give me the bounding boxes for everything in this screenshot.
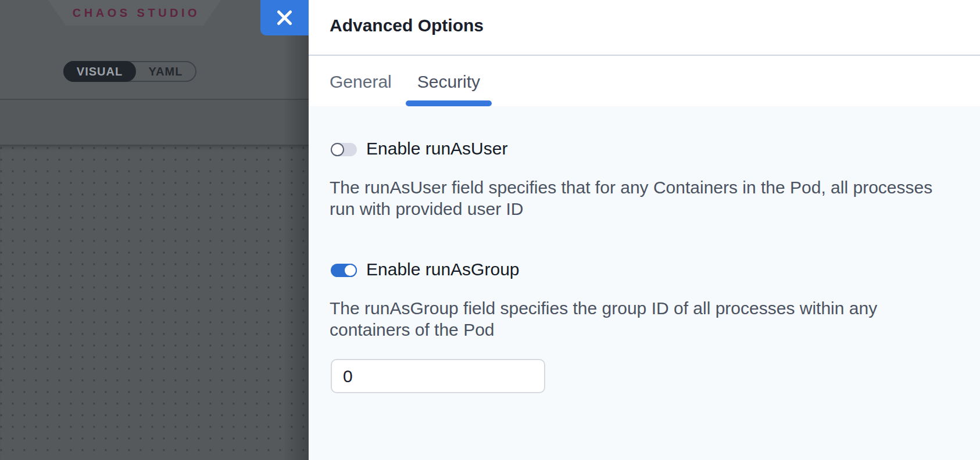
- runasuser-toggle-knob: [331, 143, 344, 156]
- runasgroup-description: The runAsGroup field specifies the group…: [330, 297, 946, 340]
- runasuser-label: Enable runAsUser: [366, 140, 507, 157]
- runasgroup-label: Enable runAsGroup: [366, 261, 520, 278]
- runasgroup-value-input[interactable]: [331, 359, 545, 393]
- chaos-studio-background: CHAOS STUDIO VISUAL YAML: [0, 0, 309, 460]
- runasgroup-toggle-knob: [344, 264, 357, 277]
- visual-tab[interactable]: VISUAL: [63, 61, 136, 82]
- yaml-tab[interactable]: YAML: [136, 62, 195, 81]
- panel-title: Advanced Options: [330, 17, 484, 34]
- canvas-dotted-grid[interactable]: [0, 145, 309, 460]
- close-icon: [277, 10, 292, 26]
- runasuser-toggle[interactable]: [331, 143, 357, 156]
- runasuser-description: The runAsUser field specifies that for a…: [330, 177, 946, 220]
- tab-general[interactable]: General: [330, 56, 392, 106]
- chaos-studio-logo: CHAOS STUDIO: [48, 0, 221, 26]
- tab-bar: General Security: [330, 56, 480, 106]
- security-tab-content: Enable runAsUser The runAsUser field spe…: [309, 106, 980, 460]
- chaos-studio-logo-text: CHAOS STUDIO: [69, 6, 200, 20]
- advanced-options-panel: Advanced Options General Security Enable…: [309, 0, 980, 460]
- drawer-shadow: [282, 0, 309, 460]
- tab-security[interactable]: Security: [417, 56, 480, 106]
- runasgroup-toggle[interactable]: [331, 264, 357, 277]
- close-button[interactable]: [260, 0, 309, 35]
- visual-yaml-toggle: VISUAL YAML: [63, 61, 196, 82]
